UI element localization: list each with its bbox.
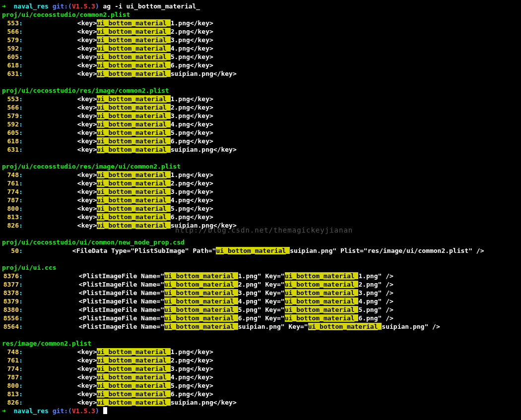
- search-match: ui_bottom_material_: [285, 298, 359, 305]
- search-match: ui_bottom_material_: [97, 365, 171, 372]
- xml-open-tag: <key>: [77, 382, 97, 389]
- output-line: 631:<key>ui_bottom_material_suipian.png<…: [2, 69, 519, 78]
- xml-close-tag: 5.png</key>: [171, 382, 213, 389]
- xml-close-tag: 4.png</key>: [171, 45, 213, 52]
- output-line: 761:<key>ui_bottom_material_2.png</key>: [2, 179, 519, 187]
- xml-attr-name: <PlistImageFile Name=": [79, 289, 164, 297]
- line-number: 8380: [2, 306, 19, 313]
- xml-open-tag: <key>: [77, 390, 97, 398]
- line-sep: :: [19, 314, 23, 322]
- line-number: 8378: [2, 289, 19, 297]
- search-match: ui_bottom_material_: [97, 70, 171, 77]
- line-sep: :: [19, 365, 23, 372]
- output-line: 8564:<PlistImageFile Name="ui_bottom_mat…: [2, 322, 519, 331]
- prompt-git-label: git:(: [53, 407, 72, 415]
- xml-attr-name: <PlistImageFile Name=": [79, 306, 164, 313]
- xml-close-tag: 1.png</key>: [171, 19, 213, 27]
- search-match: ui_bottom_material_: [97, 104, 171, 111]
- xml-close-tag: 3.png</key>: [171, 36, 213, 44]
- search-match: ui_bottom_material_: [97, 399, 171, 406]
- xml-open-tag: <key>: [77, 36, 97, 44]
- line-sep: :: [19, 19, 23, 27]
- output-line: 787:<key>ui_bottom_material_4.png</key>: [2, 373, 519, 381]
- output-line: proj/ui/cocosstudio/common2.plist: [2, 10, 519, 19]
- prompt-git-label: git:(: [53, 2, 72, 10]
- line-number: 8564: [2, 323, 19, 330]
- xml-close-tag: suipian.png</key>: [171, 222, 237, 229]
- line-sep: :: [19, 348, 23, 356]
- output-line: 8556:<PlistImageFile Name="ui_bottom_mat…: [2, 314, 519, 322]
- output-line: 774:<key>ui_bottom_material_3.png</key>: [2, 364, 519, 373]
- xml-open-tag: <key>: [77, 45, 97, 52]
- xml-attr-mid: suipian.png" Key=": [238, 323, 308, 330]
- xml-attr-name: <PlistImageFile Name=": [79, 323, 164, 330]
- line-number: 605: [2, 129, 19, 136]
- search-match: ui_bottom_material_: [97, 373, 171, 381]
- xml-open-tag: <key>: [77, 365, 97, 372]
- line-sep: :: [19, 28, 23, 35]
- xml-attr-mid: 1.png" Key=": [238, 272, 285, 280]
- xml-open-tag: <key>: [77, 120, 97, 128]
- search-match: ui_bottom_material_: [97, 120, 171, 128]
- search-match: ui_bottom_material_: [285, 281, 359, 288]
- line-number: 787: [2, 373, 19, 381]
- output-line: 8378:<PlistImageFile Name="ui_bottom_mat…: [2, 289, 519, 297]
- xml-close-tag: 4.png</key>: [171, 196, 213, 204]
- xml-open-tag: <key>: [77, 222, 97, 229]
- output-line: 605:<key>ui_bottom_material_5.png</key>: [2, 128, 519, 137]
- xml-close-tag: 3.png</key>: [171, 112, 213, 120]
- xml-open-tag: <key>: [77, 146, 97, 153]
- line-sep: :: [19, 171, 23, 179]
- search-match: ui_bottom_material_: [97, 222, 171, 229]
- search-match: ui_bottom_material_: [97, 36, 171, 44]
- terminal-output[interactable]: ➜ naval_res git:(V1.5.3) ag -i ui_bottom…: [0, 0, 521, 417]
- line-number: 826: [2, 399, 19, 406]
- xml-attr-mid: 6.png" Key=": [238, 314, 285, 322]
- xml-close-tag: suipian.png</key>: [171, 70, 237, 77]
- output-line: 813:<key>ui_bottom_material_6.png</key>: [2, 213, 519, 221]
- output-line: 826:<key>ui_bottom_material_suipian.png<…: [2, 398, 519, 407]
- line-number: 553: [2, 19, 19, 27]
- xml-open-tag: <key>: [77, 104, 97, 111]
- xml-open-tag: <key>: [77, 112, 97, 120]
- line-sep: :: [19, 53, 23, 60]
- search-match: ui_bottom_material_: [97, 213, 171, 221]
- search-match: ui_bottom_material_: [97, 171, 171, 179]
- xml-open-tag: <key>: [77, 213, 97, 221]
- output-line: proj/ui/cocosstudio/res/image/ui/common2…: [2, 162, 519, 171]
- line-sep: :: [19, 373, 23, 381]
- line-number: 8556: [2, 314, 19, 322]
- line-number: 813: [2, 390, 19, 398]
- search-match: ui_bottom_material_: [164, 323, 238, 330]
- output-line: 8380:<PlistImageFile Name="ui_bottom_mat…: [2, 305, 519, 314]
- line-sep: :: [19, 357, 23, 364]
- xml-open-tag: <key>: [77, 129, 97, 136]
- line-number: 553: [2, 95, 19, 103]
- xml-close-tag: 2.png</key>: [171, 180, 213, 187]
- match-file-path: proj/ui/cocosstudio/ui/common/new_node_p…: [2, 239, 185, 246]
- line-sep: :: [19, 129, 23, 136]
- line-sep: :: [19, 222, 23, 229]
- cursor-icon[interactable]: [103, 407, 107, 414]
- output-line: [2, 154, 519, 162]
- line-sep: :: [19, 188, 23, 195]
- xml-attr-end: 1.png" />: [358, 272, 393, 280]
- output-line: 566:<key>ui_bottom_material_2.png</key>: [2, 27, 519, 36]
- xml-open-tag: <key>: [77, 53, 97, 60]
- xml-close-tag: 1.png</key>: [171, 171, 213, 179]
- output-line: proj/ui/cocosstudio/ui/common/new_node_p…: [2, 238, 519, 246]
- line-number: 800: [2, 205, 19, 212]
- xml-close-tag: 4.png</key>: [171, 120, 213, 128]
- line-number: 813: [2, 213, 19, 221]
- line-sep: :: [19, 146, 23, 153]
- xml-close-tag: 6.png</key>: [171, 137, 213, 145]
- output-line: 618:<key>ui_bottom_material_6.png</key>: [2, 61, 519, 69]
- search-match: ui_bottom_material_: [285, 306, 359, 313]
- search-match: ui_bottom_material_: [164, 314, 238, 322]
- line-sep: :: [19, 137, 23, 145]
- xml-close-tag: 6.png</key>: [171, 390, 213, 398]
- search-match: ui_bottom_material_: [164, 289, 238, 297]
- search-match: ui_bottom_material_: [216, 247, 290, 254]
- line-sep: :: [19, 289, 23, 297]
- line-sep: :: [19, 399, 23, 406]
